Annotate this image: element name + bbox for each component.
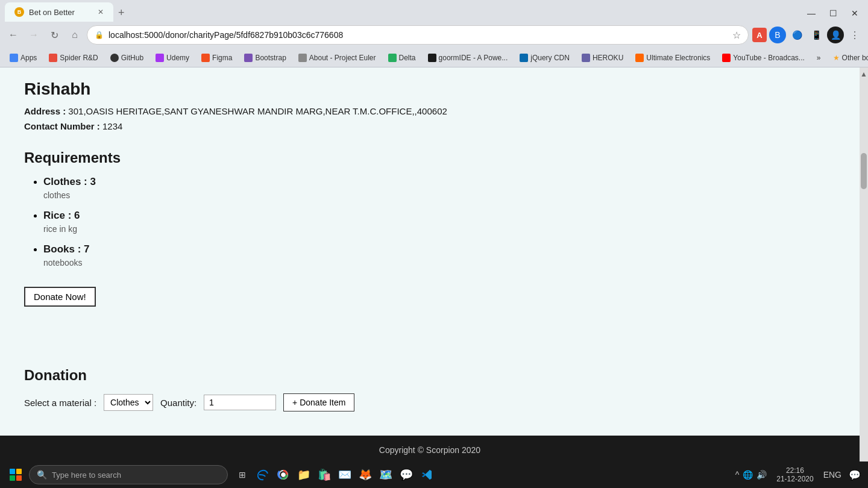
system-clock[interactable]: 22:16 21-12-2020 — [772, 466, 818, 483]
req-clothes-desc: clothes — [43, 190, 835, 200]
scrollbar[interactable]: ▲ ▼ — [860, 67, 868, 488]
bookmark-ultimate[interactable]: Ultimate Electronics — [631, 52, 715, 64]
footer: Copyright © Scorpion 2020 — [0, 436, 860, 465]
bookmarks-bar: Apps Spider R&D GitHub Udemy Figma Boots… — [0, 48, 868, 67]
heroku-bookmark-icon — [582, 54, 590, 62]
bookmark-more[interactable]: » — [812, 52, 826, 64]
github-bookmark-icon — [110, 54, 119, 62]
select-material-label: Select a material : — [24, 398, 96, 408]
sync-icon[interactable]: 🔵 — [788, 27, 805, 43]
taskbar-discord-icon[interactable]: 💬 — [397, 465, 416, 484]
address-bar-row: ← → ↻ ⌂ 🔒 localhost:5000/donor/charityPa… — [0, 22, 868, 48]
taskbar-firefox-icon[interactable]: 🦊 — [356, 465, 375, 484]
clock-time: 22:16 — [786, 466, 804, 475]
jquery-bookmark-icon — [520, 54, 528, 62]
taskbar-mail-icon[interactable]: ✉️ — [335, 465, 354, 484]
maximize-button[interactable]: ☐ — [825, 5, 841, 22]
bookmark-delta[interactable]: Delta — [383, 52, 421, 64]
system-tray: ^ 🌐 🔊 — [735, 470, 767, 480]
goorm-bookmark-icon — [428, 54, 436, 62]
minimize-button[interactable]: — — [803, 5, 820, 22]
windows-logo-icon — [10, 469, 22, 481]
task-view-button[interactable]: ⊞ — [233, 465, 252, 484]
profile-circle-icon[interactable]: 👤 — [827, 27, 844, 43]
taskbar-edge-icon[interactable] — [253, 465, 272, 484]
back-button[interactable]: ← — [5, 27, 22, 43]
requirements-heading: Requirements — [24, 149, 835, 166]
start-button[interactable] — [5, 464, 27, 486]
bookmark-jquery[interactable]: jQuery CDN — [515, 52, 574, 64]
active-tab[interactable]: B Bet on Better ✕ — [5, 2, 113, 22]
donation-form: Select a material : Clothes Rice Books Q… — [24, 393, 835, 411]
bootstrap-bookmark-icon — [244, 54, 253, 62]
material-select[interactable]: Clothes Rice Books — [104, 394, 153, 411]
req-clothes-label: Clothes : 3 — [43, 176, 835, 188]
tab-title: Bet on Better — [29, 8, 75, 17]
address-bar[interactable]: 🔒 localhost:5000/donor/charityPage/5fdf6… — [87, 25, 749, 45]
donate-now-button[interactable]: Donate Now! — [24, 287, 96, 307]
lock-icon: 🔒 — [95, 31, 104, 39]
contact-line: Contact Number : 1234 — [24, 121, 835, 131]
req-rice-label: Rice : 6 — [43, 210, 835, 222]
cast-icon[interactable]: 📱 — [808, 27, 825, 43]
address-line: Address : 301,OASIS HERITAGE,SANT GYANES… — [24, 106, 835, 116]
udemy-bookmark-icon — [156, 54, 164, 62]
address-label: Address : — [24, 106, 66, 116]
taskbar-chrome-icon[interactable] — [274, 465, 293, 484]
bookmark-github[interactable]: GitHub — [105, 52, 148, 64]
quantity-label: Quantity: — [160, 398, 197, 408]
home-button[interactable]: ⌂ — [66, 27, 83, 43]
ultimate-bookmark-icon — [635, 54, 644, 62]
bookmark-udemy[interactable]: Udemy — [151, 52, 194, 64]
donate-item-button[interactable]: + Donate Item — [283, 393, 354, 411]
bookmark-goorm[interactable]: goormIDE - A Powe... — [423, 52, 513, 64]
req-books-desc: notebooks — [43, 258, 835, 267]
req-books-label: Books : 7 — [43, 243, 835, 255]
reload-button[interactable]: ↻ — [46, 27, 63, 43]
taskbar-search-icon: 🔍 — [37, 470, 47, 480]
new-tab-button[interactable]: + — [113, 4, 130, 22]
close-button[interactable]: ✕ — [846, 5, 863, 22]
youtube-bookmark-icon — [722, 54, 731, 62]
taskbar-search-box[interactable]: 🔍 Type here to search — [29, 465, 228, 484]
taskbar-maps-icon[interactable]: 🗺️ — [376, 465, 395, 484]
list-item: Clothes : 3 clothes — [43, 176, 835, 200]
bookmark-about[interactable]: About - Project Euler — [294, 52, 381, 64]
bookmark-spider[interactable]: Spider R&D — [44, 52, 102, 64]
bookmark-figma[interactable]: Figma — [197, 52, 237, 64]
scroll-up-icon[interactable]: ▲ — [858, 67, 868, 81]
scroll-area[interactable]: Rishabh Address : 301,OASIS HERITAGE,SAN… — [0, 67, 860, 488]
page-content: Rishabh Address : 301,OASIS HERITAGE,SAN… — [0, 67, 868, 488]
url-text: localhost:5000/donor/charityPage/5fdf682… — [108, 30, 728, 40]
bookmark-star-icon[interactable]: ☆ — [732, 30, 741, 41]
contact-label: Contact Number : — [24, 121, 100, 131]
donation-section: Donation Select a material : Clothes Ric… — [24, 355, 835, 411]
address-value: 301,OASIS HERITAGE,SANT GYANESHWAR MANDI… — [68, 106, 447, 116]
taskbar-files-icon[interactable]: 📁 — [294, 465, 313, 484]
list-item: Rice : 6 rice in kg — [43, 210, 835, 234]
bookmark-youtube[interactable]: YouTube - Broadcas... — [717, 52, 810, 64]
taskbar-vscode-icon[interactable] — [417, 465, 436, 484]
tray-network-icon[interactable]: 🌐 — [743, 470, 753, 480]
menu-icon[interactable]: ⋮ — [846, 27, 863, 43]
taskbar-store-icon[interactable]: 🛍️ — [315, 465, 334, 484]
list-item: Books : 7 notebooks — [43, 243, 835, 267]
tray-volume-icon[interactable]: 🔊 — [756, 470, 767, 480]
taskbar-right: ^ 🌐 🔊 22:16 21-12-2020 ENG 💬 — [735, 466, 863, 483]
profile-icon[interactable]: B — [769, 27, 786, 43]
requirements-list: Clothes : 3 clothes Rice : 6 rice in kg … — [24, 176, 835, 267]
taskbar-search-text: Type here to search — [52, 471, 121, 480]
extensions-icon[interactable]: A — [752, 28, 767, 42]
tab-close-icon[interactable]: ✕ — [98, 8, 104, 16]
scrollbar-thumb[interactable] — [861, 153, 867, 189]
bookmark-other[interactable]: ★ Other bookmarks — [828, 52, 868, 64]
tray-chevron[interactable]: ^ — [735, 470, 740, 480]
bookmark-bootstrap[interactable]: Bootstrap — [239, 52, 291, 64]
quantity-input[interactable] — [204, 395, 276, 410]
notification-button[interactable]: 💬 — [846, 466, 863, 483]
bookmark-apps[interactable]: Apps — [5, 52, 42, 64]
bookmark-heroku[interactable]: HEROKU — [577, 52, 628, 64]
language-indicator[interactable]: ENG — [823, 470, 841, 480]
figma-bookmark-icon — [201, 54, 210, 62]
forward-button[interactable]: → — [25, 27, 42, 43]
